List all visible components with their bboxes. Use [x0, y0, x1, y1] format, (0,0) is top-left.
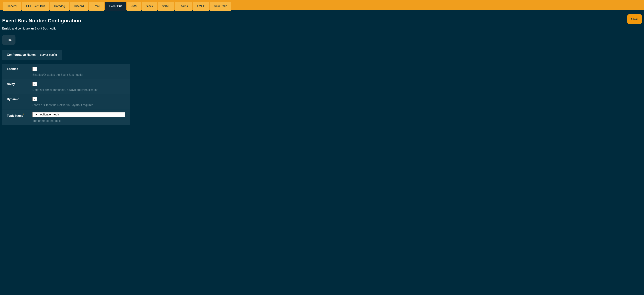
enabled-label: Enabled — [7, 67, 29, 76]
config-name-box: Configuration Name: server-config — [2, 50, 62, 60]
noisy-desc: Does not check threshold, always apply n… — [32, 88, 125, 92]
row-topic: Topic Name* The name of the topic — [2, 110, 130, 125]
tab-general[interactable]: General — [3, 2, 21, 11]
tab-jms[interactable]: JMS — [127, 2, 141, 11]
dynamic-desc: Starts or Stops the Notifier in Payara i… — [32, 104, 125, 107]
save-button[interactable]: Save — [627, 14, 642, 24]
tab-xmpp[interactable]: XMPP — [193, 2, 209, 11]
tab-new-relic[interactable]: New Relic — [210, 2, 231, 11]
enabled-checkbox[interactable] — [32, 67, 37, 71]
required-star-icon: * — [23, 113, 24, 116]
topic-label: Topic Name* — [7, 112, 29, 122]
topic-desc: The name of the topic — [32, 119, 125, 122]
tab-slack[interactable]: Slack — [142, 2, 157, 11]
page-subtitle: Enable and configure an Event Bus notifi… — [2, 27, 642, 30]
row-noisy: Noisy ✓ Does not check threshold, always… — [2, 79, 130, 94]
dynamic-label: Dynamic — [7, 97, 29, 107]
dynamic-checkbox[interactable]: ✓ — [32, 97, 37, 101]
config-name-value: server-config — [40, 53, 57, 56]
page-title: Event Bus Notifier Configuration — [2, 18, 81, 24]
tab-snmp[interactable]: SNMP — [158, 2, 174, 11]
tab-discord[interactable]: Discord — [70, 2, 88, 11]
form: Enabled Enables/Disables the Event Bus n… — [2, 64, 130, 125]
tab-cdi-event-bus[interactable]: CDI Event Bus — [22, 2, 49, 11]
test-button[interactable]: Test — [2, 35, 16, 45]
tab-event-bus[interactable]: Event Bus — [105, 2, 126, 11]
tab-email[interactable]: Email — [89, 2, 104, 11]
config-name-label: Configuration Name: — [7, 53, 36, 56]
tab-teams[interactable]: Teams — [175, 2, 192, 11]
noisy-label: Noisy — [7, 82, 29, 92]
noisy-checkbox[interactable]: ✓ — [32, 82, 37, 86]
tab-datadog[interactable]: Datadog — [50, 2, 69, 11]
topic-name-input[interactable] — [32, 112, 125, 117]
row-dynamic: Dynamic ✓ Starts or Stops the Notifier i… — [2, 94, 130, 110]
tab-bar: General CDI Event Bus Datadog Discord Em… — [0, 0, 644, 10]
row-enabled: Enabled Enables/Disables the Event Bus n… — [2, 64, 130, 79]
enabled-desc: Enables/Disables the Event Bus notifier — [32, 73, 125, 76]
